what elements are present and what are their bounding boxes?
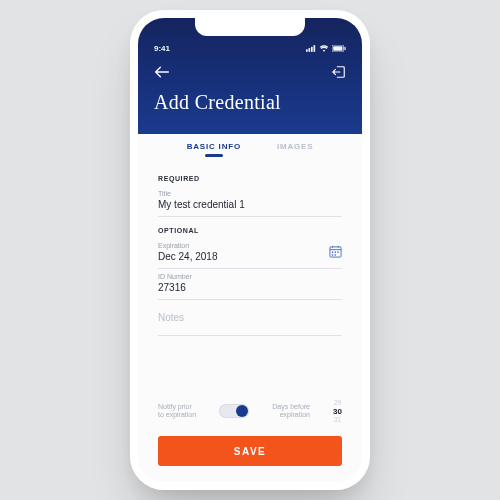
title-label: Title <box>158 190 342 197</box>
days-prev: 29 <box>333 399 342 407</box>
days-label-line2: expiration <box>280 411 310 418</box>
notify-label-line2: to expiration <box>158 411 196 418</box>
calendar-button[interactable] <box>329 244 342 262</box>
arrow-left-icon <box>154 66 170 78</box>
svg-rect-1 <box>309 48 311 52</box>
signal-icon <box>306 45 316 52</box>
idnumber-field[interactable]: ID Number 27316 <box>158 269 342 300</box>
svg-rect-13 <box>337 252 338 253</box>
days-label-line1: Days before <box>272 403 310 410</box>
notch <box>195 18 305 36</box>
days-label: Days before expiration <box>272 403 310 421</box>
tab-basic-info[interactable]: BASIC INFO <box>187 142 241 151</box>
idnumber-label: ID Number <box>158 273 342 280</box>
notes-field[interactable]: Notes <box>158 300 342 336</box>
top-bar <box>154 65 346 79</box>
svg-rect-2 <box>311 47 313 52</box>
svg-rect-0 <box>306 49 308 52</box>
svg-rect-3 <box>314 45 316 52</box>
status-indicators <box>306 45 346 52</box>
exit-button[interactable] <box>332 65 346 79</box>
status-bar: 9:41 <box>154 44 346 53</box>
footer: Notify prior to expiration Days before e… <box>138 389 362 482</box>
svg-rect-14 <box>332 254 333 255</box>
notify-toggle[interactable] <box>219 404 249 418</box>
svg-rect-12 <box>335 252 336 253</box>
svg-rect-6 <box>344 47 345 50</box>
calendar-icon <box>329 245 342 258</box>
idnumber-value: 27316 <box>158 282 342 293</box>
svg-rect-11 <box>332 252 333 253</box>
section-required: REQUIRED <box>158 175 342 182</box>
tab-images[interactable]: IMAGES <box>277 142 313 151</box>
back-button[interactable] <box>154 66 170 78</box>
form: REQUIRED Title My test credential 1 OPTI… <box>138 161 362 389</box>
content-card: BASIC INFO IMAGES REQUIRED Title My test… <box>138 128 362 482</box>
days-selected: 30 <box>333 407 342 416</box>
notify-row: Notify prior to expiration Days before e… <box>158 399 342 424</box>
status-time: 9:41 <box>154 44 170 53</box>
exit-icon <box>332 65 346 79</box>
notify-label: Notify prior to expiration <box>158 403 196 421</box>
days-next: 31 <box>333 416 342 424</box>
expiration-field[interactable]: Expiration Dec 24, 2018 <box>158 238 342 269</box>
phone-frame: 9:41 Add Credential BASIC INFO IMAGES RE… <box>130 10 370 490</box>
save-button[interactable]: SAVE <box>158 436 342 466</box>
battery-icon <box>332 45 346 52</box>
page-title: Add Credential <box>154 91 346 114</box>
notify-label-line1: Notify prior <box>158 403 192 410</box>
title-value: My test credential 1 <box>158 199 342 210</box>
days-picker[interactable]: 29 30 31 <box>333 399 342 424</box>
wifi-icon <box>319 45 329 52</box>
title-field[interactable]: Title My test credential 1 <box>158 186 342 217</box>
screen: 9:41 Add Credential BASIC INFO IMAGES RE… <box>138 18 362 482</box>
svg-rect-5 <box>333 46 342 51</box>
notes-placeholder: Notes <box>158 304 342 329</box>
expiration-label: Expiration <box>158 242 342 249</box>
toggle-knob <box>236 405 248 417</box>
expiration-value: Dec 24, 2018 <box>158 251 342 262</box>
svg-rect-15 <box>335 254 336 255</box>
section-optional: OPTIONAL <box>158 227 342 234</box>
